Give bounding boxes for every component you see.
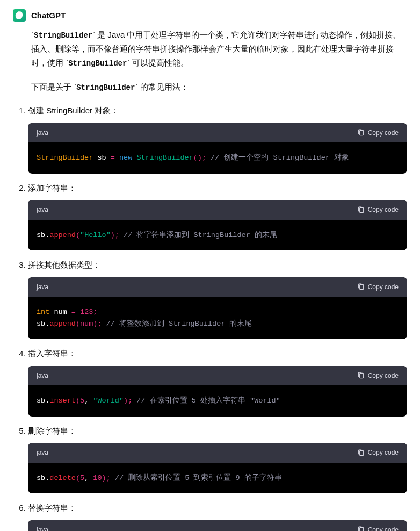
code-header: java Copy code [28,200,407,219]
code-lang-label: java [37,282,48,292]
code-token: ); [111,231,119,239]
copy-code-button[interactable]: Copy code [357,282,399,292]
code-token: sb. [37,320,49,328]
code-header: java Copy code [28,277,407,297]
code-body[interactable]: int num = 123; sb.append(num); // 将整数添加到… [28,297,407,339]
code-token: ); [124,397,132,405]
svg-rect-2 [359,284,363,289]
code-token: (); [193,154,206,162]
code-token: ); [102,474,111,482]
code-body[interactable]: sb.delete(5, 10); // 删除从索引位置 5 到索引位置 9 的… [28,463,407,494]
usage-list: 创建 StringBuilder 对象： java Copy code Stri… [28,104,407,531]
intro-paragraph-1: `StringBuilder` 是 Java 中用于处理字符串的一个类，它允许我… [31,28,407,70]
inline-code: StringBuilder [68,59,127,68]
clipboard-icon [357,129,365,137]
code-body[interactable]: sb.insert(5, "World"); // 在索引位置 5 处插入字符串… [28,385,407,417]
code-block: java Copy code sb.delete(5, 10); // 删除从索… [28,443,407,493]
list-item: 创建 StringBuilder 对象： java Copy code Stri… [28,104,407,173]
list-item: 替换字符串： java Copy code sb.replace(0, 5, "… [28,501,407,531]
code-block: java Copy code int num = 123; sb.append(… [28,277,407,340]
openai-logo-icon [15,11,24,20]
copy-code-button[interactable]: Copy code [357,127,399,138]
code-token: ( [76,231,80,239]
copy-code-label: Copy code [368,127,399,138]
code-lang-label: java [37,204,48,215]
code-block: java Copy code sb.append("Hello"); // 将字… [28,200,407,250]
svg-rect-3 [359,373,363,378]
code-token: append [49,320,76,328]
copy-code-label: Copy code [368,525,399,531]
code-token: 123 [80,308,93,316]
code-token: 10 [93,474,102,482]
clipboard-icon [357,283,365,291]
code-token: = [111,154,115,162]
code-header: java Copy code [28,123,407,142]
clipboard-icon [357,206,365,214]
code-token: , [84,397,93,405]
code-token: = [71,308,76,316]
text: 下面是关于 ` [31,82,76,91]
code-token: append [49,231,76,239]
list-item-title: 替换字符串： [28,501,407,515]
copy-code-label: Copy code [368,370,399,381]
code-token: ; [93,308,97,316]
code-token: StringBuilder [37,154,93,162]
message-header: ChatGPT [13,9,407,23]
inline-code: StringBuilder [76,83,135,92]
svg-rect-5 [359,527,363,531]
code-lang-label: java [37,447,48,458]
code-token: 5 [80,397,84,405]
svg-rect-0 [359,130,363,135]
code-token: sb. [37,231,49,239]
copy-code-button[interactable]: Copy code [357,204,399,215]
list-item: 添加字符串： java Copy code sb.append("Hello")… [28,181,407,250]
list-item-title: 添加字符串： [28,181,407,195]
copy-code-label: Copy code [368,447,399,458]
svg-rect-4 [359,450,363,455]
list-item-title: 删除字符串： [28,424,407,438]
copy-code-label: Copy code [368,282,399,292]
code-token [115,154,119,162]
code-block: java Copy code sb.replace(0, 5, "Hi"); /… [28,520,407,531]
list-item: 删除字符串： java Copy code sb.delete(5, 10); … [28,424,407,493]
inline-code: StringBuilder [34,31,92,40]
code-lang-label: java [37,370,48,381]
copy-code-button[interactable]: Copy code [357,447,399,458]
code-token [76,308,80,316]
list-item-title: 创建 StringBuilder 对象： [28,104,407,118]
list-item: 拼接其他数据类型： java Copy code int num = 123; … [28,258,407,339]
code-token: ( [76,397,80,405]
clipboard-icon [357,372,365,379]
copy-code-button[interactable]: Copy code [357,525,399,531]
code-token: ( [76,474,80,482]
code-block: java Copy code StringBuilder sb = new St… [28,123,407,174]
code-header: java Copy code [28,443,407,462]
code-token: // 将整数添加到 StringBuilder 的末尾 [102,320,252,328]
code-body[interactable]: sb.append("Hello"); // 将字符串添加到 StringBui… [28,220,407,251]
chatgpt-avatar [13,9,26,22]
list-item-title: 插入字符串： [28,347,407,361]
list-item: 插入字符串： java Copy code sb.insert(5, "Worl… [28,347,407,416]
code-lang-label: java [37,127,48,138]
code-token: (num); [76,320,102,328]
code-header: java Copy code [28,520,407,531]
code-token: // 将字符串添加到 StringBuilder 的末尾 [119,231,277,239]
clipboard-icon [357,526,365,531]
code-token: sb. [37,474,49,482]
intro-paragraph-2: 下面是关于 `StringBuilder` 的常见用法： [31,80,407,95]
code-token: "World" [93,397,124,405]
text: ` 可以提高性能。 [127,58,188,67]
code-token: 5 [80,474,84,482]
code-lang-label: java [37,525,48,531]
list-item-title: 拼接其他数据类型： [28,258,407,272]
code-token: , [84,474,93,482]
code-block: java Copy code sb.insert(5, "World"); //… [28,366,407,417]
code-token: // 删除从索引位置 5 到索引位置 9 的子字符串 [111,474,282,482]
copy-code-button[interactable]: Copy code [357,370,399,381]
code-body[interactable]: StringBuilder sb = new StringBuilder(); … [28,142,407,174]
code-token: sb. [37,397,49,405]
bot-name: ChatGPT [31,9,66,23]
code-token: num [49,308,71,316]
code-token: delete [49,474,76,482]
code-header: java Copy code [28,366,407,385]
